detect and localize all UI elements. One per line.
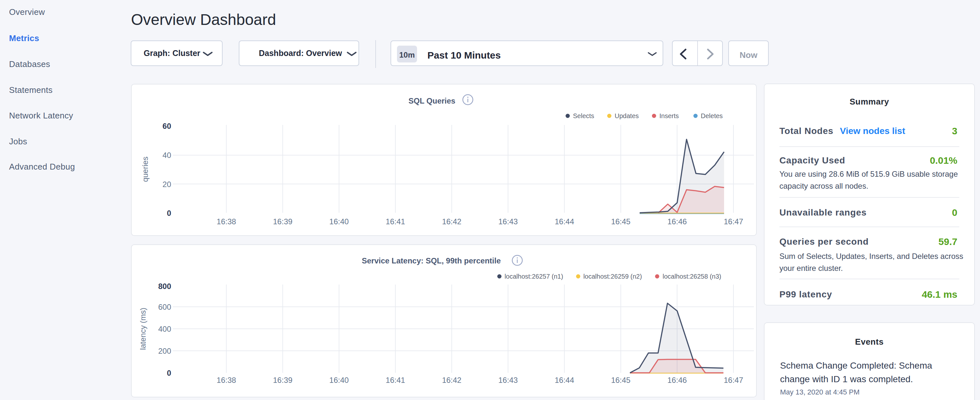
- svg-text:16:41: 16:41: [386, 217, 405, 226]
- svg-text:0: 0: [167, 369, 171, 377]
- svg-text:SQL Queries: SQL Queries: [409, 96, 455, 105]
- svg-text:16:43: 16:43: [498, 376, 518, 384]
- svg-text:60: 60: [162, 122, 171, 131]
- svg-text:Service Latency: SQL, 99th per: Service Latency: SQL, 99th percentile: [362, 256, 501, 265]
- svg-text:16:46: 16:46: [667, 376, 687, 384]
- svg-text:16:38: 16:38: [217, 376, 236, 384]
- svg-text:16:46: 16:46: [667, 217, 687, 226]
- svg-text:16:41: 16:41: [386, 376, 405, 384]
- svg-text:16:45: 16:45: [611, 217, 631, 226]
- svg-text:16:40: 16:40: [329, 217, 349, 226]
- svg-text:0: 0: [167, 209, 171, 217]
- svg-text:16:39: 16:39: [273, 376, 293, 384]
- svg-text:16:47: 16:47: [724, 376, 743, 384]
- svg-text:localhost:26258 (n3): localhost:26258 (n3): [663, 273, 721, 280]
- svg-text:16:45: 16:45: [611, 376, 631, 384]
- svg-text:16:44: 16:44: [555, 217, 574, 226]
- svg-text:16:47: 16:47: [724, 217, 743, 226]
- svg-text:16:40: 16:40: [329, 376, 349, 384]
- svg-text:800: 800: [158, 282, 171, 291]
- svg-text:200: 200: [158, 347, 171, 355]
- svg-text:400: 400: [158, 325, 171, 333]
- svg-text:600: 600: [158, 303, 171, 311]
- svg-text:latency (ms): latency (ms): [138, 308, 147, 350]
- svg-text:Updates: Updates: [615, 112, 639, 120]
- svg-text:20: 20: [162, 180, 171, 189]
- svg-text:Inserts: Inserts: [659, 112, 679, 120]
- svg-text:16:42: 16:42: [442, 376, 461, 384]
- svg-text:16:39: 16:39: [273, 217, 293, 226]
- svg-text:16:42: 16:42: [442, 217, 461, 226]
- svg-text:Deletes: Deletes: [701, 112, 723, 120]
- svg-text:Selects: Selects: [573, 112, 594, 120]
- svg-text:localhost:26259 (n2): localhost:26259 (n2): [583, 273, 642, 280]
- svg-text:16:43: 16:43: [498, 217, 518, 226]
- svg-text:40: 40: [162, 151, 171, 159]
- svg-text:queries: queries: [141, 157, 150, 182]
- svg-text:localhost:26257 (n1): localhost:26257 (n1): [504, 273, 563, 280]
- svg-text:16:38: 16:38: [217, 217, 236, 226]
- svg-text:16:44: 16:44: [555, 376, 574, 384]
